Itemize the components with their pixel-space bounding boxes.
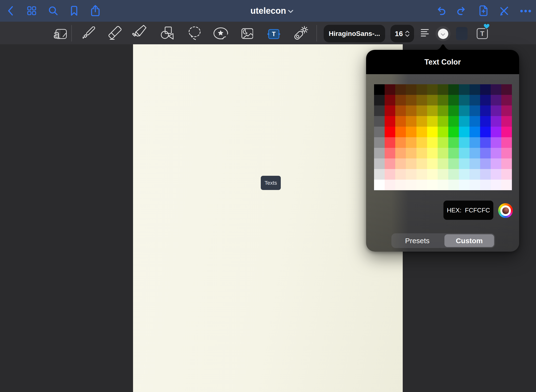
svg-text:a: a (53, 28, 60, 39)
